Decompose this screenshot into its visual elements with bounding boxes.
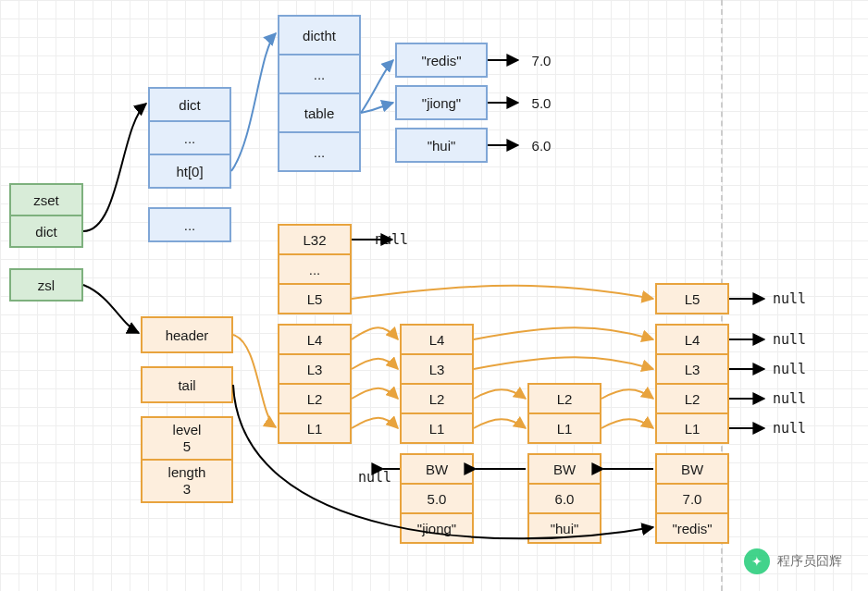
n1-L1: L1: [527, 412, 601, 444]
n1-BW: BW: [527, 453, 601, 485]
zsl-tail: tail: [141, 366, 233, 403]
n2-L5: L5: [655, 283, 729, 314]
zsl-length-value: 3: [183, 481, 191, 498]
dict-title: dict: [148, 87, 231, 122]
null-L4: null: [766, 326, 812, 352]
zsl-length: length 3: [141, 459, 233, 503]
n1-obj: "hui": [527, 512, 601, 544]
n0-L4: L4: [400, 324, 474, 355]
zsl-level-value: 5: [183, 438, 191, 455]
null-L1: null: [766, 415, 812, 441]
n2-L3: L3: [655, 353, 729, 385]
dictht-row-2: ...: [278, 131, 361, 172]
n2-obj: "redis": [655, 512, 729, 544]
n0-L1: L1: [400, 412, 474, 444]
hdr-L3: L3: [278, 353, 352, 385]
zset-member-dict: dict: [9, 215, 83, 248]
dictht-title: dictht: [278, 15, 361, 55]
null-L3: null: [766, 356, 812, 382]
null-L5: null: [766, 286, 812, 312]
zsl-level-label: level: [173, 422, 202, 438]
hdr-L4: L4: [278, 324, 352, 355]
n0-L2: L2: [400, 383, 474, 414]
dict-row-1: ht[0]: [148, 154, 231, 189]
dict-row-2: ...: [148, 207, 231, 242]
hdr-L32: L32: [278, 224, 352, 255]
hash-val-jiong: 5.0: [518, 85, 564, 120]
n2-L1: L1: [655, 412, 729, 444]
hash-key-redis: "redis": [395, 43, 488, 78]
dictht-row-1: table: [278, 92, 361, 133]
n2-L2: L2: [655, 383, 729, 414]
hdr-dots: ...: [278, 253, 352, 285]
watermark-badge: ✦: [744, 548, 770, 574]
zsl-length-label: length: [168, 464, 206, 481]
hdr-L1: L1: [278, 412, 352, 444]
hdr-L5: L5: [278, 283, 352, 314]
hash-val-redis: 7.0: [518, 43, 564, 78]
n2-BW: BW: [655, 453, 729, 485]
n0-score: 5.0: [400, 483, 474, 514]
dict-row-0: ...: [148, 120, 231, 155]
zsl-header: header: [141, 316, 233, 353]
watermark-text: 程序员囧辉: [777, 553, 842, 570]
n0-obj: "jiong": [400, 512, 474, 544]
n2-score: 7.0: [655, 483, 729, 514]
n0-bw-null: null: [352, 466, 398, 488]
n0-L3: L3: [400, 353, 474, 385]
zsl-level: level 5: [141, 416, 233, 461]
hdr-L2: L2: [278, 383, 352, 414]
zset-member-zsl: zsl: [9, 268, 83, 302]
n1-score: 6.0: [527, 483, 601, 514]
hash-val-hui: 6.0: [518, 128, 564, 163]
hash-key-jiong: "jiong": [395, 85, 488, 120]
null-L2: null: [766, 386, 812, 412]
n1-L2: L2: [527, 383, 601, 414]
dictht-row-0: ...: [278, 54, 361, 94]
hdr-null: null: [368, 228, 415, 252]
zset-title: zset: [9, 183, 83, 216]
hash-key-hui: "hui": [395, 128, 488, 163]
n0-BW: BW: [400, 453, 474, 485]
n2-L4: L4: [655, 324, 729, 355]
watermark: ✦ 程序员囧辉: [744, 548, 842, 574]
